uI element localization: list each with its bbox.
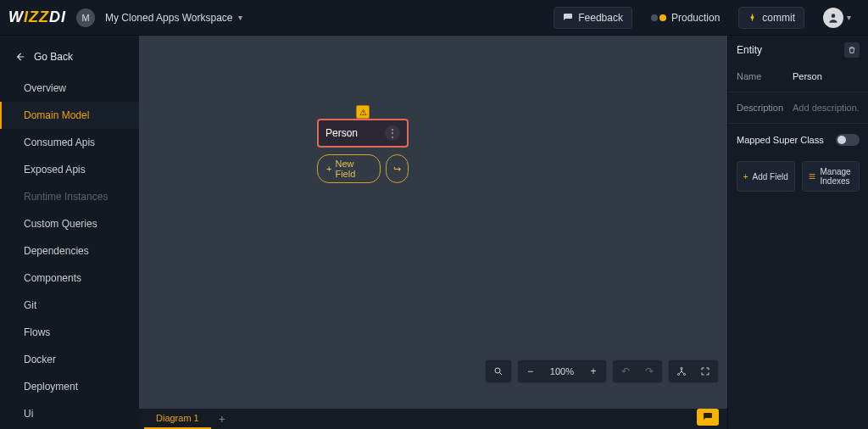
entity-menu-button[interactable]: ⋮ xyxy=(385,125,400,141)
zoom-level[interactable]: 100% xyxy=(543,362,581,381)
kebab-icon: ⋮ xyxy=(387,127,398,139)
add-field-button[interactable]: + Add Field xyxy=(737,161,795,192)
add-field-label: Add Field xyxy=(753,172,788,181)
chat-bubble-icon xyxy=(703,412,713,422)
feedback-label: Feedback xyxy=(578,12,623,24)
env-indicator[interactable]: Production xyxy=(643,8,728,28)
zoom-out-button[interactable]: − xyxy=(520,362,542,381)
user-menu[interactable]: ▾ xyxy=(815,3,860,32)
workspace-name: My Cloned Apps Workspace xyxy=(105,12,233,24)
description-input[interactable] xyxy=(793,103,860,113)
sidebar-item-components[interactable]: Components xyxy=(0,265,139,292)
workspace-switcher[interactable]: My Cloned Apps Workspace ▾ xyxy=(105,12,242,24)
arrow-left-icon xyxy=(14,51,25,63)
commit-button[interactable]: commit xyxy=(738,7,804,29)
sidebar-item-deployment[interactable]: Deployment xyxy=(0,373,139,400)
sidebar-item-dependencies[interactable]: Dependencies xyxy=(0,237,139,265)
layout-button[interactable] xyxy=(670,362,693,381)
feedback-button[interactable]: Feedback xyxy=(554,7,632,29)
warning-icon[interactable]: ⚠ xyxy=(356,105,370,119)
plus-icon: + xyxy=(590,365,596,377)
svg-point-4 xyxy=(678,374,680,376)
fullscreen-button[interactable] xyxy=(694,362,716,381)
new-field-button[interactable]: + New Field xyxy=(317,154,381,183)
redo-button[interactable]: ↷ xyxy=(638,362,660,381)
name-label: Name xyxy=(737,71,784,81)
chevron-down-icon: ▾ xyxy=(847,13,851,22)
mapped-superclass-toggle[interactable] xyxy=(836,134,860,146)
svg-point-1 xyxy=(832,14,836,18)
plus-icon: + xyxy=(743,172,748,181)
entity-actions: + New Field ↪ xyxy=(317,154,409,183)
go-back-label: Go Back xyxy=(34,51,73,63)
chat-icon xyxy=(563,13,573,23)
svg-point-2 xyxy=(495,368,500,373)
expand-icon xyxy=(700,366,710,376)
undo-button[interactable]: ↶ xyxy=(615,362,637,381)
plus-icon: + xyxy=(326,164,331,174)
sidebar-item-consumed-apis[interactable]: Consumed Apis xyxy=(0,129,139,156)
undo-icon: ↶ xyxy=(621,365,630,377)
sidebar-item-exposed-apis[interactable]: Exposed Apis xyxy=(0,156,139,183)
chat-fab[interactable] xyxy=(697,409,719,426)
entity-card[interactable]: ⚠ Person ⋮ + New Field ↪ xyxy=(317,119,409,183)
user-avatar-icon xyxy=(823,8,843,28)
sidebar: Go Back Overview Domain Model Consumed A… xyxy=(0,36,139,429)
svg-point-5 xyxy=(684,374,686,376)
plus-icon: + xyxy=(219,412,225,426)
sidebar-item-custom-queries[interactable]: Custom Queries xyxy=(0,210,139,237)
divider xyxy=(728,92,868,92)
description-label: Description xyxy=(737,103,784,113)
panel-title: Entity xyxy=(737,44,762,56)
arrow-branch-icon: ↪ xyxy=(393,164,401,175)
svg-point-3 xyxy=(681,368,682,370)
entity-name: Person xyxy=(326,127,358,139)
commit-icon xyxy=(748,13,757,22)
top-bar: WIZZDI M My Cloned Apps Workspace ▾ Feed… xyxy=(0,0,868,36)
logo: WIZZDI xyxy=(8,8,66,26)
name-value[interactable]: Person xyxy=(793,71,822,81)
list-icon xyxy=(808,172,816,181)
sidebar-item-git[interactable]: Git xyxy=(0,292,139,319)
delete-entity-button[interactable] xyxy=(844,42,860,58)
sidebar-item-overview[interactable]: Overview xyxy=(0,75,139,102)
redo-icon: ↷ xyxy=(645,365,654,377)
mapped-superclass-label: Mapped Super Class xyxy=(737,135,824,145)
workspace-avatar: M xyxy=(76,8,95,27)
env-label: Production xyxy=(671,12,720,24)
add-tab-button[interactable]: + xyxy=(211,409,233,429)
new-field-label: New Field xyxy=(335,159,371,179)
go-back-button[interactable]: Go Back xyxy=(0,39,139,75)
manage-indexes-label: Manage Indexes xyxy=(821,167,854,186)
status-dots-icon xyxy=(651,14,666,21)
sidebar-item-runtime-instances[interactable]: Runtime Instances xyxy=(0,183,139,210)
nav-list: Overview Domain Model Consumed Apis Expo… xyxy=(0,75,139,429)
divider xyxy=(728,123,868,124)
search-icon xyxy=(493,366,504,376)
manage-indexes-button[interactable]: Manage Indexes xyxy=(802,161,860,192)
svg-point-0 xyxy=(751,16,754,19)
minus-icon: − xyxy=(527,365,533,377)
sidebar-item-flows[interactable]: Flows xyxy=(0,319,139,346)
add-relation-button[interactable]: ↪ xyxy=(386,154,409,183)
layout-icon xyxy=(676,366,687,376)
sidebar-item-ui[interactable]: Ui xyxy=(0,400,139,427)
canvas-area: ⚠ Person ⋮ + New Field ↪ xyxy=(139,36,727,429)
search-button[interactable] xyxy=(487,362,509,381)
tab-diagram-1[interactable]: Diagram 1 xyxy=(144,409,211,429)
commit-label: commit xyxy=(762,12,795,24)
trash-icon xyxy=(848,46,856,54)
properties-panel: Entity Name Person Description Mapped Su… xyxy=(727,36,868,429)
diagram-tabs: Diagram 1 + xyxy=(139,409,727,429)
sidebar-item-domain-model[interactable]: Domain Model xyxy=(0,102,139,129)
sidebar-item-docker[interactable]: Docker xyxy=(0,346,139,373)
zoom-in-button[interactable]: + xyxy=(582,362,604,381)
chevron-down-icon: ▾ xyxy=(238,13,242,22)
diagram-canvas[interactable]: ⚠ Person ⋮ + New Field ↪ xyxy=(139,36,727,409)
canvas-toolbar: − 100% + ↶ ↷ xyxy=(485,359,719,383)
entity-header[interactable]: Person ⋮ xyxy=(317,119,409,148)
